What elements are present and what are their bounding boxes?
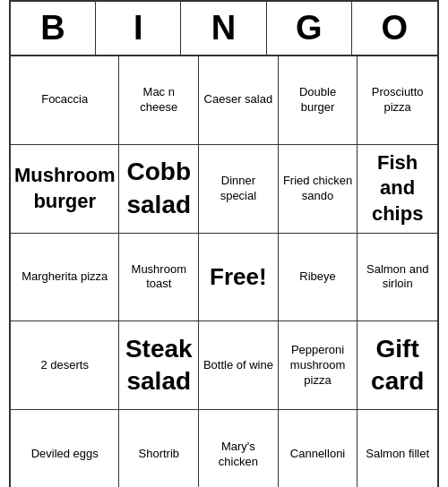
header-letter: I [96, 2, 181, 55]
bingo-cell: Double burger [279, 56, 358, 145]
bingo-cell: Free! [199, 234, 279, 322]
bingo-cell: Mushroom toast [119, 234, 199, 322]
bingo-cell: Deviled eggs [11, 410, 119, 487]
header-letter: N [181, 2, 266, 55]
bingo-grid: FocacciaMac n cheeseCaeser saladDouble b… [11, 56, 437, 487]
bingo-cell: 2 deserts [11, 321, 119, 410]
header-letter: B [11, 2, 96, 55]
bingo-cell: Steak salad [119, 321, 199, 410]
header-letter: G [267, 2, 352, 55]
bingo-cell: Salmon fillet [358, 410, 437, 487]
bingo-cell: Cobb salad [119, 145, 199, 234]
bingo-cell: Ribeye [279, 234, 358, 322]
bingo-cell: Shortrib [119, 410, 199, 487]
bingo-cell: Margherita pizza [11, 234, 119, 322]
bingo-cell: Mac n cheese [119, 56, 199, 145]
header-letter: O [352, 2, 437, 55]
bingo-cell: Dinner special [199, 145, 279, 234]
bingo-cell: Fried chicken sando [279, 145, 358, 234]
bingo-cell: Caeser salad [199, 56, 279, 145]
bingo-cell: Mushroom burger [11, 145, 119, 234]
bingo-cell: Pepperoni mushroom pizza [279, 321, 358, 410]
bingo-cell: Fish and chips [358, 145, 437, 234]
bingo-cell: Prosciutto pizza [358, 56, 437, 145]
bingo-cell: Bottle of wine [199, 321, 279, 410]
bingo-cell: Focaccia [11, 56, 119, 145]
bingo-cell: Salmon and sirloin [358, 234, 437, 322]
bingo-cell: Mary's chicken [199, 410, 279, 487]
bingo-cell: Cannelloni [279, 410, 358, 487]
bingo-cell: Gift card [358, 321, 437, 410]
bingo-card: BINGO FocacciaMac n cheeseCaeser saladDo… [9, 0, 439, 487]
bingo-header: BINGO [11, 2, 437, 56]
